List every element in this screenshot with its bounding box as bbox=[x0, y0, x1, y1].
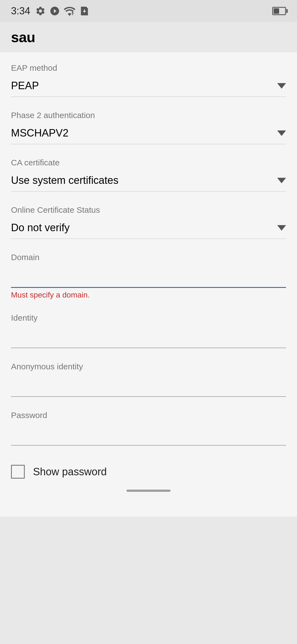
password-input[interactable] bbox=[11, 427, 286, 446]
phase2-auth-section: Phase 2 authentication MSCHAPV2 bbox=[11, 105, 286, 150]
download-icon bbox=[79, 6, 90, 16]
online-cert-status-dropdown[interactable]: Do not verify bbox=[11, 219, 286, 239]
identity-label: Identity bbox=[11, 313, 286, 323]
show-password-checkbox[interactable] bbox=[11, 465, 25, 479]
wifi-question-icon: ? bbox=[64, 6, 75, 16]
identity-input[interactable] bbox=[11, 329, 286, 348]
anonymous-identity-label: Anonymous identity bbox=[11, 362, 286, 371]
eap-method-dropdown[interactable]: PEAP bbox=[11, 77, 286, 97]
ca-cert-value: Use system certificates bbox=[11, 174, 119, 186]
password-label: Password bbox=[11, 411, 286, 420]
phase2-auth-divider bbox=[11, 144, 286, 144]
identity-input-container bbox=[11, 326, 286, 348]
ca-cert-section: CA certificate Use system certificates bbox=[11, 152, 286, 197]
eap-method-arrow-icon bbox=[277, 83, 286, 89]
phase2-auth-arrow-icon bbox=[277, 130, 286, 136]
online-cert-status-value: Do not verify bbox=[11, 222, 70, 234]
nav-handle-area bbox=[11, 484, 286, 495]
battery-icon bbox=[272, 7, 286, 15]
phase2-auth-value: MSCHAPV2 bbox=[11, 127, 68, 139]
nav-bar bbox=[127, 490, 170, 492]
password-input-container bbox=[11, 424, 286, 446]
ca-cert-divider bbox=[11, 191, 286, 192]
domain-input[interactable] bbox=[11, 269, 286, 288]
status-bar-right bbox=[272, 7, 286, 15]
phase2-auth-dropdown[interactable]: MSCHAPV2 bbox=[11, 124, 286, 144]
play-icon bbox=[50, 6, 60, 16]
online-cert-status-label: Online Certificate Status bbox=[11, 205, 286, 215]
password-section: Password bbox=[11, 405, 286, 451]
show-password-label: Show password bbox=[33, 466, 107, 478]
svg-rect-1 bbox=[81, 14, 88, 15]
gear-icon bbox=[35, 6, 46, 16]
identity-section: Identity bbox=[11, 308, 286, 354]
page-title: sau bbox=[11, 29, 35, 45]
ca-cert-arrow-icon bbox=[277, 178, 286, 183]
online-cert-status-section: Online Certificate Status Do not verify bbox=[11, 200, 286, 244]
show-password-row[interactable]: Show password bbox=[11, 454, 286, 484]
status-bar: 3:34 ? bbox=[0, 0, 297, 22]
domain-error: Must specify a domain. bbox=[11, 291, 286, 299]
domain-label: Domain bbox=[11, 253, 286, 262]
ca-cert-dropdown[interactable]: Use system certificates bbox=[11, 171, 286, 191]
main-content: EAP method PEAP Phase 2 authentication M… bbox=[0, 52, 297, 517]
anonymous-identity-input-container bbox=[11, 375, 286, 397]
eap-method-label: EAP method bbox=[11, 63, 286, 73]
status-bar-left: 3:34 ? bbox=[11, 5, 90, 17]
title-bar: sau bbox=[0, 22, 297, 52]
online-cert-status-divider bbox=[11, 239, 286, 239]
svg-text:?: ? bbox=[72, 11, 74, 16]
domain-input-container bbox=[11, 266, 286, 288]
ca-cert-label: CA certificate bbox=[11, 158, 286, 167]
status-icons: ? bbox=[35, 6, 90, 16]
domain-section: Domain Must specify a domain. bbox=[11, 247, 286, 305]
online-cert-status-arrow-icon bbox=[277, 225, 286, 231]
phase2-auth-label: Phase 2 authentication bbox=[11, 111, 286, 120]
eap-method-section: EAP method PEAP bbox=[11, 58, 286, 102]
eap-method-divider bbox=[11, 97, 286, 97]
anonymous-identity-section: Anonymous identity bbox=[11, 356, 286, 402]
status-time: 3:34 bbox=[11, 5, 30, 17]
eap-method-value: PEAP bbox=[11, 80, 39, 92]
anonymous-identity-input[interactable] bbox=[11, 378, 286, 397]
